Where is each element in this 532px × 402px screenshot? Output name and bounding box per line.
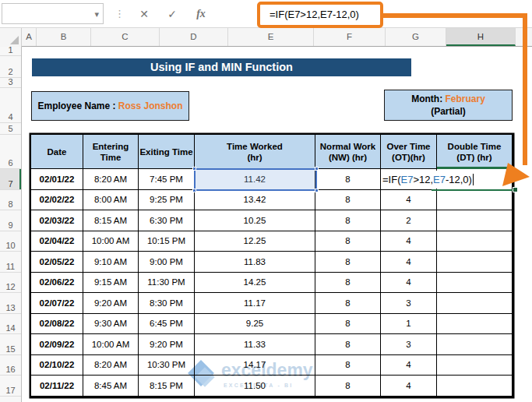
cell-C8[interactable]: 8:00 AM	[83, 190, 139, 211]
cell-E15[interactable]: 11.33	[195, 334, 315, 355]
cell-D14[interactable]: 6:45 PM	[139, 314, 195, 335]
cell-D15[interactable]: 9:20 PM	[139, 334, 195, 355]
cell-F16[interactable]: 8	[315, 355, 381, 376]
cell-F9[interactable]: 8	[315, 210, 381, 231]
cell-D10[interactable]: 10:15 PM	[139, 231, 195, 252]
row-header-15[interactable]: 15	[0, 334, 21, 355]
row-header-6[interactable]: 6	[0, 135, 21, 169]
cell-B15[interactable]: 02/09/22	[31, 334, 83, 355]
cell-C9[interactable]: 8:15 AM	[83, 210, 139, 231]
formula-bar-input[interactable]: =IF(E7>12,E7-12,0)	[270, 8, 359, 22]
row-header-3[interactable]: 3	[0, 78, 21, 88]
cell-B8[interactable]: 02/02/22	[31, 190, 83, 211]
cell-C10[interactable]: 10:00 AM	[83, 231, 139, 252]
cell-D11[interactable]: 9:00 PM	[139, 252, 195, 273]
cell-D7[interactable]: 7:45 PM	[139, 169, 195, 190]
cell-G17[interactable]: 4	[381, 376, 437, 397]
cell-F11[interactable]: 8	[315, 252, 381, 273]
table-header-C6[interactable]: Entering Time	[83, 135, 139, 169]
cell-G16[interactable]: 4	[381, 355, 437, 376]
cell-D13[interactable]: 8:30 PM	[139, 293, 195, 314]
row-header-4[interactable]: 4	[0, 88, 21, 123]
cell-F13[interactable]: 8	[315, 293, 381, 314]
cell-F8[interactable]: 8	[315, 190, 381, 211]
cell-B7[interactable]: 02/01/22	[31, 169, 83, 190]
cell-E16[interactable]: 14.17	[195, 355, 315, 376]
column-header-A[interactable]: A	[22, 28, 37, 46]
cancel-icon[interactable]: ✕	[132, 3, 156, 25]
cell-C7[interactable]: 8:20 AM	[83, 169, 139, 190]
employee-name-box[interactable]: Employee Name : Ross Jonshon	[31, 91, 189, 121]
fill-handle[interactable]	[513, 187, 518, 192]
cell-B17[interactable]: 02/11/22	[31, 376, 83, 397]
cell-B16[interactable]: 02/10/22	[31, 355, 83, 376]
insert-function-icon[interactable]: fx	[189, 3, 213, 25]
cell-G13[interactable]: 3	[381, 293, 437, 314]
cell-F14[interactable]: 8	[315, 314, 381, 335]
cell-B12[interactable]: 02/06/22	[31, 273, 83, 294]
row-header-16[interactable]: 16	[0, 355, 21, 376]
chevron-down-icon[interactable]: ▾	[94, 9, 99, 19]
row-header-1[interactable]: 1	[0, 47, 21, 56]
column-header-D[interactable]: D	[160, 28, 228, 46]
cell-D12[interactable]: 11:30 PM	[139, 273, 195, 294]
cell-H12[interactable]	[437, 273, 513, 294]
cell-H17[interactable]	[437, 376, 513, 397]
name-box[interactable]: ▾	[2, 3, 104, 24]
column-header-E[interactable]: E	[228, 28, 314, 46]
table-header-B6[interactable]: Date	[31, 135, 83, 169]
cell-C13[interactable]: 9:20 AM	[83, 293, 139, 314]
cell-F17[interactable]: 8	[315, 376, 381, 397]
cell-E13[interactable]: 11.17	[195, 293, 315, 314]
table-header-D6[interactable]: Exiting Time	[139, 135, 195, 169]
row-header-12[interactable]: 12	[0, 273, 21, 294]
cell-G15[interactable]: 3	[381, 334, 437, 355]
row-header-14[interactable]: 14	[0, 314, 21, 335]
cell-B14[interactable]: 02/08/22	[31, 314, 83, 335]
enter-icon[interactable]: ✓	[160, 3, 184, 25]
select-all-corner[interactable]	[0, 28, 22, 47]
row-header-8[interactable]: 8	[0, 190, 21, 211]
cell-B9[interactable]: 02/03/22	[31, 210, 83, 231]
row-header-13[interactable]: 13	[0, 293, 21, 314]
in-cell-formula-editor[interactable]: =IF(E7>12,E7-12,0)	[381, 171, 511, 189]
cell-H13[interactable]	[437, 293, 513, 314]
cell-D8[interactable]: 9:25 PM	[139, 190, 195, 211]
column-header-B[interactable]: B	[37, 28, 91, 46]
cell-F12[interactable]: 8	[315, 273, 381, 294]
row-header-11[interactable]: 11	[0, 252, 21, 273]
column-header-C[interactable]: C	[91, 28, 160, 46]
cell-E17[interactable]: 11.50	[195, 376, 315, 397]
cell-E10[interactable]: 12.25	[195, 231, 315, 252]
cell-D16[interactable]: 10:30 PM	[139, 355, 195, 376]
cell-C17[interactable]: 8:45 AM	[83, 376, 139, 397]
row-header-2[interactable]: 2	[0, 56, 21, 78]
cell-H16[interactable]	[437, 355, 513, 376]
cell-B10[interactable]: 02/04/22	[31, 231, 83, 252]
cell-B13[interactable]: 02/07/22	[31, 293, 83, 314]
cell-G12[interactable]: 4	[381, 273, 437, 294]
cell-D9[interactable]: 6:30 PM	[139, 210, 195, 231]
cell-F15[interactable]: 8	[315, 334, 381, 355]
table-header-E6[interactable]: Time Worked (hr)	[195, 135, 315, 169]
table-header-F6[interactable]: Normal Work (NW) (hr)	[315, 135, 381, 169]
cell-H14[interactable]	[437, 314, 513, 335]
cell-E14[interactable]: 9.25	[195, 314, 315, 335]
row-header-9[interactable]: 9	[0, 210, 21, 231]
month-box[interactable]: Month: February (Partial)	[384, 90, 513, 121]
cell-E11[interactable]: 11.83	[195, 252, 315, 273]
cell-F10[interactable]: 8	[315, 231, 381, 252]
cell-G14[interactable]: 1	[381, 314, 437, 335]
cell-B11[interactable]: 02/05/22	[31, 252, 83, 273]
cell-E12[interactable]: 14.25	[195, 273, 315, 294]
cell-H9[interactable]	[437, 210, 513, 231]
column-header-H[interactable]: H	[446, 28, 516, 46]
cell-G8[interactable]: 4	[381, 190, 437, 211]
column-header-G[interactable]: G	[386, 28, 446, 46]
cell-C16[interactable]: 8:20 AM	[83, 355, 139, 376]
row-header-5[interactable]: 5	[0, 123, 21, 135]
cell-C15[interactable]: 10:00 AM	[83, 334, 139, 355]
cell-G11[interactable]: 4	[381, 252, 437, 273]
cell-H11[interactable]	[437, 252, 513, 273]
cell-D17[interactable]: 8:15 PM	[139, 376, 195, 397]
